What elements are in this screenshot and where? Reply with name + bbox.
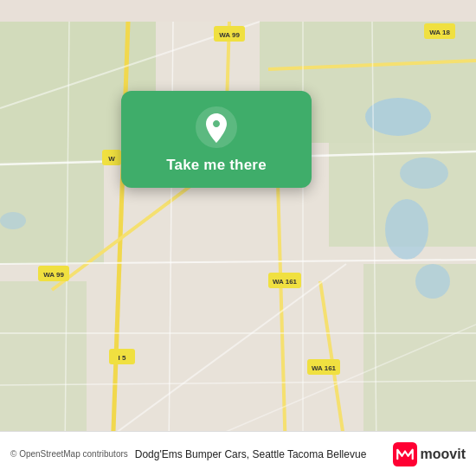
svg-text:I 5: I 5 bbox=[119, 354, 126, 362]
svg-point-10 bbox=[415, 264, 450, 299]
svg-point-7 bbox=[365, 98, 431, 136]
svg-point-8 bbox=[400, 158, 448, 189]
take-me-there-button[interactable]: Take me there bbox=[166, 157, 267, 174]
svg-rect-2 bbox=[0, 160, 104, 264]
attribution-text: © OpenStreetMap contributors bbox=[10, 449, 128, 459]
moovit-icon bbox=[393, 442, 417, 466]
svg-rect-5 bbox=[0, 281, 87, 454]
svg-point-9 bbox=[385, 199, 428, 260]
svg-point-11 bbox=[0, 212, 26, 229]
svg-text:WA 161: WA 161 bbox=[312, 364, 337, 372]
popup-card[interactable]: Take me there bbox=[121, 91, 312, 188]
svg-text:WA 99: WA 99 bbox=[43, 271, 64, 279]
bottom-bar: © OpenStreetMap contributors Dodg'Ems Bu… bbox=[0, 431, 476, 476]
map-container: WA 99 WA 18 WA 99 WA 161 WA 161 WA 161 I… bbox=[0, 0, 476, 476]
svg-text:WA 18: WA 18 bbox=[429, 29, 450, 36]
map-background: WA 99 WA 18 WA 99 WA 161 WA 161 WA 161 I… bbox=[0, 0, 476, 476]
location-pin-icon bbox=[196, 106, 237, 148]
svg-text:WA 99: WA 99 bbox=[219, 31, 240, 39]
moovit-logo: moovit bbox=[393, 442, 466, 466]
svg-text:W: W bbox=[108, 155, 115, 163]
svg-text:WA 161: WA 161 bbox=[273, 278, 298, 286]
moovit-text: moovit bbox=[421, 447, 466, 462]
place-name: Dodg'Ems Bumper Cars, Seattle Tacoma Bel… bbox=[135, 448, 393, 460]
